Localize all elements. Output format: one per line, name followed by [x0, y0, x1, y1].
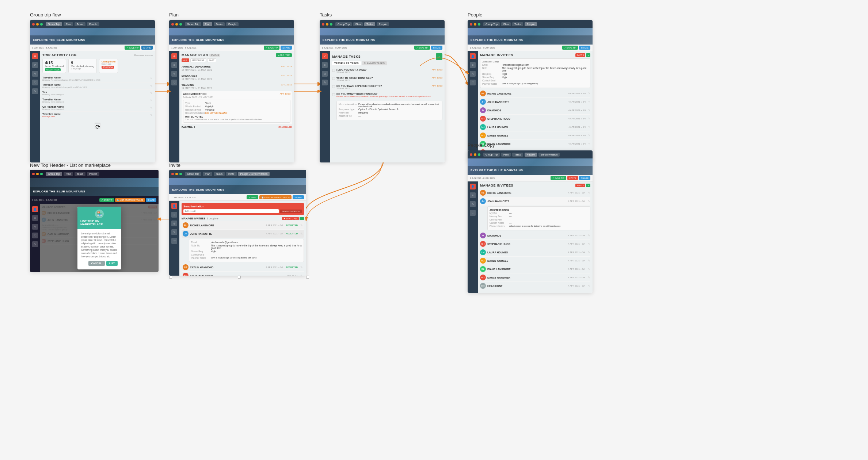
edit-icon-2[interactable]: ✎ — [150, 92, 153, 95]
inv-tab-people-send[interactable]: People • Send Invitation — [238, 172, 270, 176]
tasks-sb-4[interactable]: ✎ — [322, 80, 328, 85]
pc-edit-8[interactable]: ✎ — [588, 284, 590, 288]
inv-edit-steph[interactable]: ✎ — [300, 274, 303, 276]
inv-tab-invite[interactable]: Invite — [226, 172, 237, 176]
pc-edit-6[interactable]: ✎ — [588, 268, 590, 271]
ppl-sb-2[interactable]: ≡ — [470, 62, 476, 68]
inv-tab-plan[interactable]: Plan — [203, 172, 212, 176]
inv-edit-cat[interactable]: ✎ — [300, 266, 303, 269]
inv-invite-all-btn[interactable]: ✦ INVITE ALL — [282, 217, 299, 220]
pc-edit-0[interactable]: ✎ — [588, 191, 590, 195]
invitee-edit-0[interactable]: ✎ — [588, 92, 590, 95]
sidebar-icon-4[interactable]: ✎ — [32, 88, 38, 94]
inv-share-btn[interactable]: SHARE — [293, 195, 304, 199]
pc-edit-1[interactable]: ✎ — [588, 200, 590, 203]
inv-sb-5[interactable]: ♡ — [171, 238, 177, 244]
save-btn[interactable]: ✓ SAVE TIP — [125, 46, 140, 50]
sidebar-activity[interactable]: ≡ — [32, 53, 38, 59]
plan-sidebar-2[interactable]: ≡ — [171, 62, 177, 68]
task-check-1[interactable] — [332, 77, 335, 80]
invite-email-input[interactable] — [183, 209, 279, 213]
pc-sb-2[interactable]: ≡ — [470, 192, 476, 198]
filter-all[interactable]: ALL — [182, 58, 189, 62]
sidebar-icon-2[interactable]: ✎ — [32, 71, 38, 77]
plan-sidebar-4[interactable]: ♡ — [171, 80, 177, 85]
accept-btn[interactable]: ACCEPT ITEMS — [45, 68, 61, 71]
tasks-tab-tasks[interactable]: Tasks — [364, 22, 375, 26]
invitee-edit-2[interactable]: ✎ — [588, 109, 590, 112]
add-plan-btn[interactable]: + ADD ITEM — [276, 53, 292, 57]
frame-handle-bl[interactable] — [169, 276, 172, 279]
pc-tab-send[interactable]: Send Invitation — [538, 153, 560, 157]
plan-status-btn[interactable]: STATUS — [209, 54, 221, 57]
pc-sb-1[interactable]: 👤 — [470, 184, 476, 189]
nh-marketplace-btn[interactable]: 🏪 LIST ON MARKETPLACE — [115, 198, 145, 202]
nh-share-btn[interactable]: SHARE — [146, 198, 156, 202]
ppl-sb-4[interactable]: ♡ — [470, 80, 476, 85]
modal-cancel-btn[interactable]: CANCEL — [88, 261, 105, 266]
plan-save-btn[interactable]: ✓ SAVE TIP — [264, 46, 279, 50]
sidebar-icon-3[interactable]: ♡ — [32, 80, 38, 85]
tab-people[interactable]: People — [87, 22, 99, 26]
plan-tab-people[interactable]: People — [226, 22, 239, 26]
task-check-2[interactable] — [332, 85, 335, 88]
filter-upcoming[interactable]: UPCOMING — [190, 58, 206, 62]
plan-tab-gt[interactable]: Group Trip — [185, 22, 201, 26]
frame-handle-bm[interactable] — [238, 276, 241, 279]
pc-tab-people[interactable]: People — [525, 153, 537, 157]
edit-icon-1[interactable]: ✎ — [150, 84, 153, 88]
nh-sb-3[interactable]: ✎ — [32, 224, 38, 230]
inv-edit-1[interactable]: ✎ — [300, 232, 303, 235]
inv-tab-tasks[interactable]: Tasks — [214, 172, 225, 176]
filter-past[interactable]: PAST — [207, 58, 216, 62]
pc-tab-plan[interactable]: Plan — [501, 153, 511, 157]
inv-sb-1[interactable]: 👤 — [171, 203, 177, 209]
pc-tab-tasks[interactable]: Tasks — [512, 153, 523, 157]
ppl-tab-people[interactable]: People — [525, 22, 537, 26]
edit-icon-4[interactable]: ✎ — [150, 106, 153, 110]
modal-list-btn[interactable]: LIST — [106, 261, 118, 266]
call-btn[interactable]: BOOK NOW — [102, 66, 114, 69]
share-btn[interactable]: SHARE — [141, 46, 153, 50]
plan-sidebar-1[interactable]: ⊙ — [171, 53, 177, 59]
ppl-tab-plan[interactable]: Plan — [501, 22, 511, 26]
nh-tab-plan[interactable]: Plan — [64, 172, 73, 176]
pc-edit-5[interactable]: ✎ — [588, 259, 590, 262]
pc-invite-ppl-btn[interactable]: INVITE — [575, 184, 585, 187]
tab-traveller-tasks[interactable]: TRAVELLER TASKS — [332, 61, 361, 65]
invitee-edit-1[interactable]: ✎ — [588, 100, 590, 103]
nh-save-btn[interactable]: ✓ SAVE TIP — [99, 198, 114, 202]
pc-add-ppl-btn[interactable]: + — [586, 184, 590, 187]
plan-tab-tasks[interactable]: Tasks — [214, 22, 225, 26]
invite-btn[interactable]: INVITE — [575, 53, 585, 57]
invitee-edit-3[interactable]: ✎ — [588, 117, 590, 120]
nh-tab-gt[interactable]: Group Trip — [46, 172, 62, 176]
inv-sb-4[interactable]: ✎ — [171, 229, 177, 235]
edit-icon-0[interactable]: ✎ — [150, 77, 153, 80]
tab-planned-tasks[interactable]: PLANNED TASKS — [362, 61, 387, 65]
inv-sb-3[interactable]: ⊙ — [171, 221, 177, 226]
tasks-add-btn[interactable]: + — [436, 53, 442, 60]
plan-sidebar-3[interactable]: ✎ — [171, 71, 177, 77]
inv-edit-0[interactable]: ✎ — [300, 224, 303, 227]
nh-sb-1[interactable]: 👤 — [32, 206, 38, 212]
tasks-tab-people[interactable]: People — [377, 22, 389, 26]
inv-tab-gt[interactable]: Group Trip — [185, 172, 201, 176]
edit-icon-5[interactable]: ✎ — [150, 114, 153, 117]
sidebar-icon-1[interactable]: ⊙ — [32, 62, 38, 68]
tasks-sb-2[interactable]: ≡ — [322, 62, 328, 68]
plan-tab-plan[interactable]: Plan — [203, 22, 212, 26]
nh-tab-tasks[interactable]: Tasks — [75, 172, 85, 176]
inv-marketplace-btn[interactable]: 📋 LIST ON MARKETPLACE — [259, 195, 292, 199]
ppl-tab-tasks[interactable]: Tasks — [512, 22, 523, 26]
invitee-edit-4[interactable]: ✎ — [588, 126, 590, 129]
plan-share-btn[interactable]: SHARE — [281, 46, 292, 50]
inv-save-btn[interactable]: ✓ SAVE — [247, 195, 258, 199]
inv-add-btn[interactable]: + — [300, 217, 304, 220]
inv-sb-2[interactable]: ≡ — [171, 212, 177, 218]
tasks-save-btn[interactable]: ✓ SAVE TIP — [414, 46, 430, 50]
task-check-0[interactable] — [332, 69, 335, 72]
pc-edit-2[interactable]: ✎ — [588, 234, 590, 237]
pc-save-btn[interactable]: ✓ SAVE TIP — [551, 176, 566, 180]
pc-share-btn[interactable]: SHARE — [579, 176, 590, 180]
